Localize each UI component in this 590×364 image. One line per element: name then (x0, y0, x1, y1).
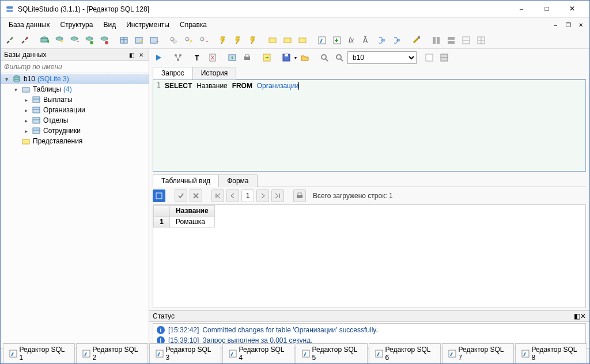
next-page-icon[interactable] (256, 189, 269, 202)
tree-table[interactable]: ▸Выплаты (1, 94, 149, 105)
db-add-icon[interactable]: + (37, 33, 51, 47)
mdi-tab[interactable]: Редактор SQL 3 (149, 343, 221, 363)
collapse-icon[interactable]: ▾ (12, 86, 19, 93)
close-button[interactable]: ✕ (559, 1, 585, 17)
view-icon[interactable] (266, 33, 279, 47)
index-delete-icon[interactable]: − (196, 33, 210, 47)
expand-icon[interactable]: ▸ (22, 107, 29, 113)
tab-grid-view[interactable]: Табличный вид (153, 175, 219, 187)
filter-input[interactable] (4, 63, 145, 71)
new-sql-icon[interactable]: + (260, 51, 274, 65)
disconnect-icon[interactable] (18, 33, 32, 47)
sql-editor[interactable]: 1 SELECT Название FROM Организации (153, 79, 586, 172)
menu-structure[interactable]: Структура (55, 20, 97, 30)
history-prev-icon[interactable] (317, 51, 331, 65)
print-results-icon[interactable] (293, 189, 306, 202)
layout1-icon[interactable] (429, 33, 443, 47)
tab-query[interactable]: Запрос (153, 67, 193, 79)
save-icon[interactable] (279, 51, 293, 65)
mdi-tab[interactable]: Редактор SQL 6 (369, 343, 441, 363)
collation-icon[interactable]: A͋ (360, 33, 374, 47)
trigger-delete-icon[interactable] (246, 33, 260, 47)
mdi-restore-button[interactable]: ❐ (563, 20, 573, 30)
panel-float-icon[interactable]: ◧ (574, 312, 580, 320)
table-edit-icon[interactable] (132, 33, 146, 47)
clear-icon[interactable] (206, 51, 220, 65)
format-bold-icon[interactable]: T (191, 51, 205, 65)
print-icon[interactable] (240, 51, 254, 65)
table-delete-icon[interactable]: − (147, 33, 161, 47)
commit-icon[interactable] (175, 189, 187, 202)
layout3-icon[interactable] (459, 33, 473, 47)
results-below-icon[interactable] (422, 51, 436, 65)
save-dropdown-icon[interactable]: ▾ (294, 55, 297, 60)
db-remove-icon[interactable]: − (67, 33, 81, 47)
panel-close-icon[interactable]: ✕ (580, 312, 586, 320)
results-grid[interactable]: Название 1Ромашка (153, 204, 586, 308)
mdi-tab[interactable]: Редактор SQL 7 (442, 343, 514, 363)
table-icon[interactable] (117, 33, 131, 47)
trigger-icon[interactable] (216, 33, 230, 47)
index-edit-icon[interactable] (181, 33, 195, 47)
results-tab-icon[interactable] (437, 51, 451, 65)
expand-icon[interactable]: ▸ (22, 117, 29, 124)
cell[interactable]: Ромашка (170, 217, 215, 227)
rollback-icon[interactable] (190, 189, 202, 202)
mdi-close-button[interactable]: ✕ (576, 20, 586, 30)
first-page-icon[interactable] (211, 189, 224, 202)
db-rollback-icon[interactable] (97, 33, 111, 47)
menu-help[interactable]: Справка (175, 20, 211, 30)
menu-view[interactable]: Вид (99, 20, 120, 30)
column-header[interactable]: Название (170, 206, 215, 217)
import-icon[interactable] (375, 33, 389, 47)
minimize-button[interactable]: – (509, 1, 534, 17)
grid-refresh-icon[interactable] (153, 189, 165, 202)
index-icon[interactable] (167, 33, 180, 47)
view-edit-icon[interactable] (281, 33, 294, 47)
menu-tools[interactable]: Инструменты (122, 20, 174, 30)
mdi-tab[interactable]: Редактор SQL 8 (515, 343, 587, 363)
tree-db[interactable]: ▾ b10 (SQLite 3) (1, 74, 149, 84)
page-number[interactable]: 1 (241, 189, 254, 202)
database-select[interactable]: b10 (347, 51, 417, 64)
db-edit-icon[interactable] (52, 33, 66, 47)
sql-code[interactable]: SELECT Название FROM Организации (162, 80, 585, 171)
layout2-icon[interactable] (444, 33, 458, 47)
connect-icon[interactable] (3, 33, 17, 47)
db-commit-icon[interactable] (82, 33, 96, 47)
function-icon[interactable]: fx (345, 33, 359, 47)
layout4-icon[interactable] (474, 33, 488, 47)
row-number[interactable]: 1 (154, 217, 170, 227)
history-next-icon[interactable] (332, 51, 346, 65)
tree-table[interactable]: ▸Организации (1, 105, 149, 115)
expand-icon[interactable]: ▸ (22, 97, 29, 103)
mdi-tab[interactable]: Редактор SQL 2 (76, 343, 148, 363)
last-page-icon[interactable] (271, 189, 284, 202)
export-icon[interactable] (390, 33, 404, 47)
prev-page-icon[interactable] (226, 189, 239, 202)
database-tree[interactable]: ▾ b10 (SQLite 3) ▾ Таблицы (4) ▸Выплаты … (1, 73, 149, 348)
tree-table[interactable]: ▸Отделы (1, 115, 149, 126)
sql-editor-icon[interactable] (315, 33, 329, 47)
tab-history[interactable]: История (192, 67, 237, 79)
mdi-tab[interactable]: Редактор SQL 5 (296, 343, 368, 363)
collapse-icon[interactable]: ▾ (3, 76, 10, 82)
export-results-icon[interactable] (225, 51, 239, 65)
explain-icon[interactable] (171, 51, 185, 65)
tree-table[interactable]: ▸Сотрудники (1, 126, 149, 136)
sql-editor-new-icon[interactable] (330, 33, 344, 47)
settings-icon[interactable] (410, 33, 423, 47)
trigger-edit-icon[interactable] (231, 33, 245, 47)
mdi-minimize-button[interactable]: – (550, 20, 561, 30)
mdi-tab[interactable]: Редактор SQL 4 (222, 343, 294, 363)
panel-float-icon[interactable]: ◧ (127, 51, 135, 59)
panel-close-icon[interactable]: ✕ (137, 51, 145, 59)
menu-database[interactable]: База данных (4, 20, 54, 30)
tree-views[interactable]: Представления (1, 136, 149, 146)
mdi-tab[interactable]: Редактор SQL 1 (3, 343, 75, 363)
view-delete-icon[interactable] (296, 33, 309, 47)
run-query-icon[interactable] (152, 51, 165, 65)
expand-icon[interactable]: ▸ (22, 128, 29, 134)
tree-tables[interactable]: ▾ Таблицы (4) (1, 84, 149, 94)
tab-form-view[interactable]: Форма (218, 175, 257, 187)
